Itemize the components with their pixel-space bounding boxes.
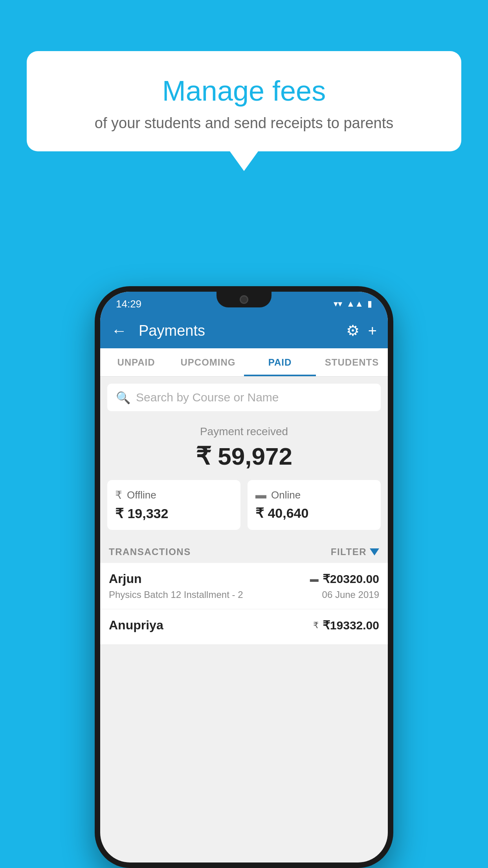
table-row[interactable]: Anupriya ₹ ₹19332.00 bbox=[100, 609, 388, 645]
tabs-bar: UNPAID UPCOMING PAID STUDENTS bbox=[100, 348, 388, 377]
card-payment-icon: ▬ bbox=[310, 574, 319, 584]
search-icon: 🔍 bbox=[116, 391, 130, 405]
back-button[interactable]: ← bbox=[111, 322, 127, 340]
offline-payment-icon: ₹ bbox=[115, 489, 122, 502]
speech-bubble-arrow bbox=[230, 151, 258, 171]
payment-received-amount: ₹ 59,972 bbox=[100, 442, 388, 471]
content-area: 🔍 Search by Course or Name Payment recei… bbox=[100, 377, 388, 645]
tab-unpaid[interactable]: UNPAID bbox=[100, 348, 172, 376]
online-card: ▬ Online ₹ 40,640 bbox=[248, 480, 381, 530]
transaction-amount-container: ₹ ₹19332.00 bbox=[313, 618, 379, 632]
online-card-header: ▬ Online bbox=[255, 489, 373, 501]
transaction-row1: Arjun ▬ ₹20320.00 bbox=[109, 572, 379, 586]
offline-card-header: ₹ Offline bbox=[115, 489, 233, 502]
table-row[interactable]: Arjun ▬ ₹20320.00 Physics Batch 12 Insta… bbox=[100, 563, 388, 609]
status-icons: ▾▾ ▲▲ ▮ bbox=[334, 299, 372, 309]
battery-icon: ▮ bbox=[367, 299, 372, 309]
phone-outer-shell: 14:29 ▾▾ ▲▲ ▮ ← Payments ⚙ + UNPAID bbox=[95, 286, 393, 868]
signal-icon: ▲▲ bbox=[346, 299, 363, 309]
transaction-date: 06 June 2019 bbox=[322, 589, 379, 600]
tab-upcoming[interactable]: UPCOMING bbox=[172, 348, 244, 376]
phone-notch bbox=[216, 292, 272, 307]
payment-received-section: Payment received ₹ 59,972 bbox=[100, 411, 388, 480]
transaction-amount-container: ▬ ₹20320.00 bbox=[310, 572, 379, 586]
online-payment-icon: ▬ bbox=[255, 489, 266, 501]
filter-button[interactable]: FILTER bbox=[331, 546, 379, 557]
speech-bubble: Manage fees of your students and send re… bbox=[27, 51, 461, 151]
payment-received-label: Payment received bbox=[100, 425, 388, 438]
offline-amount: ₹ 19,332 bbox=[115, 506, 233, 521]
speech-bubble-subtitle: of your students and send receipts to pa… bbox=[46, 115, 442, 132]
app-bar-title: Payments bbox=[139, 322, 338, 339]
tab-students[interactable]: STUDENTS bbox=[316, 348, 388, 376]
filter-label: FILTER bbox=[331, 546, 367, 557]
front-camera bbox=[240, 295, 248, 304]
status-time: 14:29 bbox=[116, 298, 141, 310]
transaction-amount: ₹20320.00 bbox=[323, 572, 379, 586]
transaction-row2: Physics Batch 12 Installment - 2 06 June… bbox=[109, 589, 379, 600]
speech-bubble-title: Manage fees bbox=[46, 75, 442, 107]
tab-paid[interactable]: PAID bbox=[244, 348, 316, 376]
search-input[interactable]: Search by Course or Name bbox=[136, 391, 279, 404]
transaction-name: Arjun bbox=[109, 572, 142, 586]
transaction-list: Arjun ▬ ₹20320.00 Physics Batch 12 Insta… bbox=[100, 563, 388, 645]
online-label: Online bbox=[271, 489, 301, 501]
search-bar[interactable]: 🔍 Search by Course or Name bbox=[107, 384, 381, 411]
phone-device: 14:29 ▾▾ ▲▲ ▮ ← Payments ⚙ + UNPAID bbox=[95, 286, 393, 868]
filter-icon bbox=[370, 548, 379, 555]
app-bar: ← Payments ⚙ + bbox=[100, 313, 388, 348]
offline-label: Offline bbox=[127, 489, 156, 501]
settings-button[interactable]: ⚙ bbox=[346, 322, 360, 339]
app-bar-icons: ⚙ + bbox=[346, 322, 377, 339]
transactions-label: TRANSACTIONS bbox=[109, 546, 191, 557]
wifi-icon: ▾▾ bbox=[334, 299, 342, 309]
online-amount: ₹ 40,640 bbox=[255, 505, 373, 521]
offline-card: ₹ Offline ₹ 19,332 bbox=[107, 480, 240, 530]
transaction-name: Anupriya bbox=[109, 618, 163, 633]
transaction-row1: Anupriya ₹ ₹19332.00 bbox=[109, 618, 379, 633]
speech-bubble-section: Manage fees of your students and send re… bbox=[27, 51, 461, 171]
add-button[interactable]: + bbox=[368, 322, 377, 339]
transaction-amount: ₹19332.00 bbox=[323, 618, 379, 632]
phone-screen: 14:29 ▾▾ ▲▲ ▮ ← Payments ⚙ + UNPAID bbox=[100, 292, 388, 862]
transaction-description: Physics Batch 12 Installment - 2 bbox=[109, 589, 243, 600]
offline-payment-type-icon: ₹ bbox=[313, 620, 319, 631]
transactions-header: TRANSACTIONS FILTER bbox=[100, 539, 388, 563]
payment-cards: ₹ Offline ₹ 19,332 ▬ Online ₹ 40,640 bbox=[100, 480, 388, 539]
